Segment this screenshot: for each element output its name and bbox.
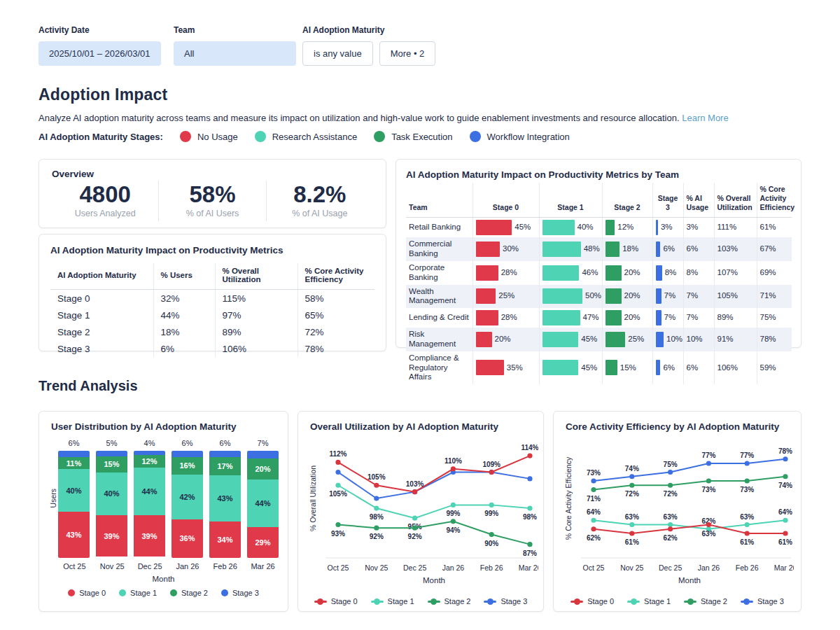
stage-color-dot	[255, 131, 266, 142]
data-point-label: 112%	[329, 450, 346, 458]
stacked-bar: 15%40%39%	[96, 451, 127, 558]
team-name-cell: Lending & Credit	[406, 308, 472, 328]
stage-bar-value: 28%	[501, 313, 517, 323]
maturity-filter-label: AI Adoption Maturity	[302, 25, 435, 35]
stage-bar	[476, 265, 498, 281]
stage-bar-value: 45%	[581, 335, 597, 344]
x-tick-label: Feb 26	[736, 564, 759, 572]
x-axis-label: Month	[48, 575, 279, 583]
team-name-cell: Corporate Banking	[406, 261, 472, 285]
maturity-table-title: AI Adoption Maturity Impact on Productiv…	[50, 245, 374, 255]
legend-item[interactable]: Stage 1	[627, 597, 671, 606]
data-point-label: 103%	[406, 480, 424, 488]
legend-item[interactable]: Stage 3	[741, 597, 784, 606]
bar-segment: 44%	[247, 479, 279, 526]
legend-line-marker	[314, 598, 327, 605]
x-tick-label: Jan 26	[698, 564, 720, 572]
bar-segment: 39%	[96, 515, 127, 557]
stage-bar	[542, 360, 579, 375]
stat-label: % of AI Users	[159, 209, 265, 218]
stage-bar-value: 8%	[665, 268, 677, 278]
bar-segment: 44%	[134, 468, 165, 514]
overall-utilization-cell: 111%	[714, 218, 757, 238]
team-filter-input[interactable]: All	[174, 41, 296, 66]
learn-more-link[interactable]: Learn More	[682, 113, 728, 123]
stage-bar-value: 45%	[581, 363, 597, 373]
line-chart-plot: Oct 25Nov 25Dec 25Jan 26Feb 26Mar 26Mont…	[307, 436, 538, 592]
data-point-label: 92%	[370, 533, 384, 540]
data-point	[374, 505, 379, 510]
core-activity-efficiency-cell: 67%	[757, 237, 792, 261]
series-line	[594, 520, 785, 529]
ai-usage-cell: 7%	[683, 285, 714, 309]
more-filters-button[interactable]: More • 2	[379, 41, 436, 66]
activity-date-input[interactable]: 2025/10/01 – 2026/03/01	[38, 41, 161, 66]
ai-usage-cell: 7%	[683, 308, 714, 328]
legend-item[interactable]: Stage 2	[170, 589, 208, 597]
stage-legend-item: Task Execution	[374, 131, 452, 142]
legend-item[interactable]: Stage 3	[221, 589, 259, 597]
table-cell: Stage 2	[50, 323, 153, 340]
bar-column: 6%17%43%34%	[209, 439, 241, 558]
x-tick-label: Feb 26	[480, 564, 503, 572]
data-point-label: 61%	[740, 538, 754, 546]
data-point-label: 61%	[625, 538, 639, 546]
table-cell: 18%	[153, 323, 215, 340]
stage-bar-value: 12%	[617, 223, 634, 232]
legend-line-marker	[371, 598, 384, 605]
ai-usage-cell: 8%	[683, 261, 714, 285]
data-point	[706, 478, 711, 483]
team-table-row: Retail Banking45%40%12%3%3%111%61%	[406, 218, 792, 238]
stage-bar-cell: 8%	[652, 261, 683, 285]
stage-bar-cell: 20%	[602, 308, 652, 328]
legend-item[interactable]: Stage 0	[570, 597, 614, 606]
data-point-label: 99%	[484, 510, 498, 517]
stage-bar-cell: 7%	[652, 285, 683, 309]
core-activity-efficiency-cell: 61%	[757, 218, 792, 238]
legend-item[interactable]: Stage 2	[684, 597, 727, 606]
legend-item[interactable]: Stage 1	[119, 589, 157, 597]
trend-charts-row: User Distribution by AI Adoption Maturit…	[38, 411, 802, 612]
description-text: Analyze AI adoption maturity across team…	[38, 113, 680, 123]
stage-legend-text: No Usage	[197, 132, 238, 142]
table-row: Stage 36%106%78%	[50, 340, 374, 357]
legend-item[interactable]: Stage 0	[68, 589, 106, 597]
legend-item[interactable]: Stage 1	[371, 597, 414, 606]
series-line	[338, 522, 530, 545]
data-point-label: 105%	[329, 490, 347, 498]
table-row: Stage 144%97%65%	[50, 307, 374, 323]
stacked-bar: 17%43%34%	[209, 451, 241, 558]
data-point	[783, 474, 788, 479]
stat-ai-users: 58% % of AI Users	[158, 181, 265, 221]
stage-bar-value: 7%	[664, 291, 676, 301]
maturity-filter-input[interactable]: is any value	[302, 41, 373, 66]
legend-label: Stage 2	[701, 597, 727, 606]
team-impact-table: TeamStage 0Stage 1Stage 2Stage 3% AI Usa…	[406, 183, 792, 384]
column-header: Stage 1	[539, 183, 602, 218]
stage-color-dot	[374, 131, 385, 142]
y-axis-label: % Overall Utilization	[309, 465, 317, 531]
stacked-bar: 20%44%29%	[247, 451, 279, 558]
table-header-row: TeamStage 0Stage 1Stage 2Stage 3% AI Usa…	[406, 183, 792, 218]
legend-item[interactable]: Stage 2	[428, 597, 471, 606]
bar-segment	[209, 451, 241, 457]
team-name-cell: Retail Banking	[406, 218, 472, 238]
core-activity-efficiency-cell: 78%	[757, 328, 792, 351]
data-point-label: 64%	[587, 508, 601, 516]
stage-bar-value: 20%	[624, 313, 640, 323]
ai-usage-cell: 3%	[683, 218, 714, 238]
stage-bar-cell: 40%	[539, 218, 602, 238]
stage-bar	[656, 265, 662, 281]
legend-item[interactable]: Stage 3	[484, 597, 527, 606]
legend-item[interactable]: Stage 0	[314, 597, 358, 606]
stage-bar	[656, 288, 662, 304]
x-tick-label: Oct 25	[583, 564, 605, 572]
data-point-label: 114%	[521, 444, 538, 451]
stage-bar-cell: 35%	[472, 351, 539, 384]
stage-bar	[542, 241, 581, 257]
x-axis-label: Month	[423, 576, 445, 584]
data-point-label: 87%	[523, 550, 537, 557]
data-point	[489, 503, 494, 507]
legend-label: Stage 1	[644, 597, 671, 606]
team-table-row: Lending & Credit28%47%20%7%7%89%75%	[406, 308, 792, 328]
